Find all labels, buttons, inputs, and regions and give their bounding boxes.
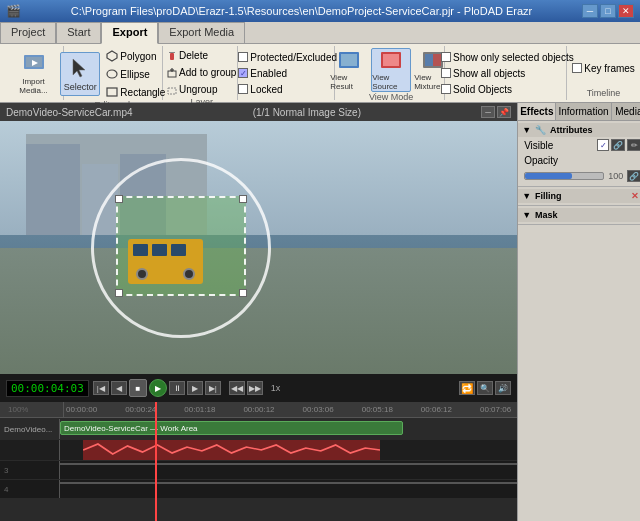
protected-excluded-button[interactable]: Protected/Excluded	[234, 50, 341, 65]
bus-wheel-1	[136, 268, 148, 280]
mask-header[interactable]: ▼ Mask	[518, 208, 640, 222]
ff-button[interactable]: ▶▶	[247, 381, 263, 395]
polygon-button[interactable]: Polygon	[102, 48, 169, 64]
handle-br[interactable]	[239, 289, 247, 297]
show-selected-checkbox[interactable]	[441, 52, 451, 62]
key-frames-checkbox[interactable]	[572, 63, 582, 73]
ribbon-group-view-mode: View Result View Source View Mixture Vie…	[339, 46, 445, 100]
opacity-link-button[interactable]: 🔗	[627, 170, 640, 182]
attributes-label: Attributes	[550, 125, 593, 135]
filling-header[interactable]: ▼ Filling ✕	[518, 189, 640, 203]
add-to-group-button[interactable]: Add to group	[163, 65, 240, 80]
bus-window-3	[171, 244, 186, 256]
pin-button[interactable]: 📌	[497, 106, 511, 118]
speed-label: 1x	[271, 383, 281, 393]
opacity-slider[interactable]	[524, 172, 604, 180]
minimize-button[interactable]: ─	[582, 4, 598, 18]
view-items: Protected/Excluded ✓ Enabled Locked	[234, 48, 341, 98]
track-3-content	[60, 461, 517, 479]
visible-checkbox[interactable]: ✓	[597, 139, 609, 151]
titlebar-title: C:\Program Files\proDAD\Erazr-1.5\Resour…	[21, 5, 582, 17]
tab-project[interactable]: Project	[0, 22, 56, 43]
maximize-button[interactable]: □	[600, 4, 616, 18]
timeline-items: Key frames	[568, 48, 639, 88]
key-frames-button[interactable]: Key frames	[568, 61, 639, 76]
enabled-button[interactable]: ✓ Enabled	[234, 66, 341, 81]
track-video-label: DemoVideo...	[0, 419, 60, 439]
rewind-button[interactable]: ◀◀	[229, 381, 245, 395]
loop-button[interactable]: 🔁	[459, 381, 475, 395]
visible-label: Visible	[524, 140, 553, 151]
handle-tl[interactable]	[115, 195, 123, 203]
prev-frame-button[interactable]: ◀	[111, 381, 127, 395]
filling-collapse-icon: ▼	[522, 191, 531, 201]
tab-export-media[interactable]: Export Media	[158, 22, 245, 43]
tab-effects[interactable]: Effects	[518, 103, 556, 120]
attributes-header[interactable]: ▼ 🔧 Attributes	[518, 123, 640, 137]
view-result-icon	[337, 49, 361, 71]
rectangle-button[interactable]: Rectangle	[102, 84, 169, 100]
visible-link-button[interactable]: 🔗	[611, 139, 625, 151]
enabled-checkbox[interactable]: ✓	[238, 68, 248, 78]
visible-edit-button[interactable]: ✏	[627, 139, 640, 151]
solid-objects-button[interactable]: Solid Objects	[437, 82, 578, 97]
playback-bar: 00:00:04:03 |◀ ◀ ■ ▶ ⏸ ▶ ▶| ◀◀ ▶▶ 1x 🔁 🔍…	[0, 374, 517, 402]
visible-controls: ✓ 🔗 ✏	[597, 139, 640, 151]
track-4-content	[60, 480, 517, 498]
video-clip[interactable]: DemoVideo-ServiceCar — Work Area	[60, 421, 403, 435]
track-3: 3	[0, 461, 517, 479]
go-to-start-button[interactable]: |◀	[93, 381, 109, 395]
show-all-button[interactable]: Show all objects	[437, 66, 578, 81]
solid-objects-checkbox[interactable]	[441, 84, 451, 94]
bus-body	[128, 239, 203, 284]
tab-export[interactable]: Export	[101, 22, 158, 44]
bus-window-1	[133, 244, 148, 256]
zoom-timeline-button[interactable]: 🔍	[477, 381, 493, 395]
ellipse-button[interactable]: Ellipse	[102, 66, 169, 82]
handle-bl[interactable]	[115, 289, 123, 297]
locked-checkbox[interactable]	[238, 84, 248, 94]
ungroup-button[interactable]: Ungroup	[163, 82, 240, 97]
import-media-button[interactable]: ImportMedia...	[14, 51, 54, 95]
tab-information[interactable]: Information	[556, 103, 611, 120]
handle-tr[interactable]	[239, 195, 247, 203]
filling-close-button[interactable]: ✕	[631, 191, 639, 201]
go-to-end-button[interactable]: ▶|	[205, 381, 221, 395]
track-video: DemoVideo... DemoVideo-ServiceCar — Work…	[0, 419, 517, 439]
selector-button[interactable]: Selector	[60, 52, 100, 96]
close-button[interactable]: ✕	[618, 4, 634, 18]
video-viewport	[0, 121, 517, 374]
pause-button[interactable]: ⏸	[169, 381, 185, 395]
bus-window-2	[152, 244, 167, 256]
next-frame-button[interactable]: ▶	[187, 381, 203, 395]
delete-button[interactable]: Delete	[163, 48, 240, 63]
ribbon-group-layer: Delete Add to group Ungroup Layer	[167, 46, 238, 100]
tab-start[interactable]: Start	[56, 22, 101, 43]
video-panel: DemoVideo-ServiceCar.mp4 (1/1 Normal Ima…	[0, 103, 517, 521]
selection-box	[116, 196, 246, 296]
layer-items: Delete Add to group Ungroup	[163, 48, 240, 97]
app-icon: 🎬	[6, 4, 21, 18]
track-4: 4	[0, 480, 517, 498]
stop-button[interactable]: ■	[129, 379, 147, 397]
playhead[interactable]	[155, 402, 157, 521]
tab-media[interactable]: Media	[612, 103, 640, 120]
show-selected-button[interactable]: Show only selected objects	[437, 50, 578, 65]
locked-button[interactable]: Locked	[234, 82, 341, 97]
view-result-button[interactable]: View Result	[329, 48, 369, 92]
view-mode-label: View Mode	[369, 92, 413, 102]
play-button[interactable]: ▶	[149, 379, 167, 397]
import-icon	[22, 51, 46, 75]
audio-button[interactable]: 🔊	[495, 381, 511, 395]
show-all-checkbox[interactable]	[441, 68, 451, 78]
titlebar: 🎬 C:\Program Files\proDAD\Erazr-1.5\Reso…	[0, 0, 640, 22]
section-filling: ▼ Filling ✕	[518, 187, 640, 206]
show-items: Show only selected objects Show all obje…	[437, 48, 578, 98]
svg-rect-8	[170, 53, 174, 60]
ribbon: Project Start Export Export Media Import…	[0, 22, 640, 103]
view-source-button[interactable]: View Source	[371, 48, 411, 92]
edit-items: Selector Polygon Ellipse Rectangle	[60, 48, 169, 100]
protected-checkbox[interactable]	[238, 52, 248, 62]
collapse-button[interactable]: ─	[481, 106, 495, 118]
ruler-label: 100%	[4, 402, 64, 417]
